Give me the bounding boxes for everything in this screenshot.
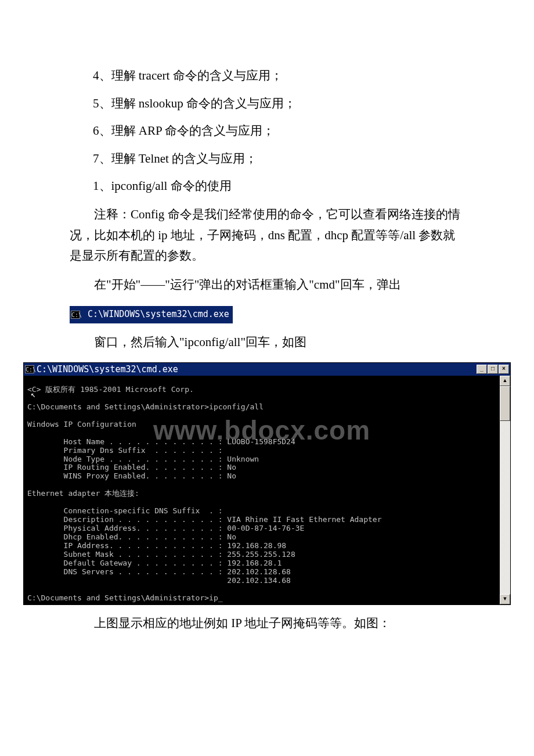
- cmd-line: Ethernet adapter 本地连接:: [27, 489, 139, 498]
- cmd-line: C:\Documents and Settings\Administrator>…: [27, 593, 223, 602]
- cmd-window: C:\ C:\WINDOWS\system32\cmd.exe _ □ × ↖w…: [23, 362, 511, 605]
- paragraph-note: 注释：Config 命令是我们经常使用的命令，它可以查看网络连接的情况，比如本机…: [70, 204, 464, 267]
- cmd-line: Windows IP Configuration: [27, 420, 136, 429]
- cmd-line: IP Address. . . . . . . . . . . . : 192.…: [27, 541, 286, 550]
- scroll-up-button[interactable]: ▲: [500, 376, 510, 386]
- scroll-thumb[interactable]: [500, 386, 510, 421]
- paragraph-instruction-1: 在"开始"——"运行"弹出的对话框重输入"cmd"回车，弹出: [70, 275, 464, 296]
- inline-titlebar-row: C:\ C:\WINDOWS\system32\cmd.exe: [70, 304, 464, 325]
- paragraph-instruction-2: 窗口，然后输入"ipconfig/all"回车，如图: [70, 332, 464, 353]
- window-controls: _ □ ×: [477, 365, 509, 374]
- cmd-title-text-small: C:\WINDOWS\system32\cmd.exe: [82, 309, 229, 319]
- cmd-icon: C:\: [71, 311, 80, 319]
- cmd-line: 202.102.134.68: [27, 576, 291, 585]
- cmd-line: <C> 版权所有 1985-2001 Microsoft Corp.: [27, 385, 194, 394]
- cmd-title-text: C:\WINDOWS\system32\cmd.exe: [37, 364, 178, 375]
- scroll-down-button[interactable]: ▼: [500, 594, 510, 604]
- cmd-titlebar-small: C:\ C:\WINDOWS\system32\cmd.exe: [70, 306, 233, 323]
- list-item-6: 6、理解 ARP 命令的含义与应用；: [93, 121, 464, 141]
- cmd-line: Default Gateway . . . . . . . . . : 192.…: [27, 559, 282, 567]
- maximize-button[interactable]: □: [488, 365, 498, 374]
- cmd-line: C:\Documents and Settings\Administrator>…: [27, 402, 264, 411]
- cmd-line: DNS Servers . . . . . . . . . . . : 202.…: [27, 567, 291, 576]
- paragraph-summary: 上图显示相应的地址例如 IP 地址子网掩码等等。如图：: [70, 613, 464, 634]
- scrollbar-vertical[interactable]: ▲ ▼: [500, 376, 510, 604]
- cmd-line: Dhcp Enabled. . . . . . . . . . . : No: [27, 532, 236, 541]
- list-item-4: 4、理解 tracert 命令的含义与应用；: [93, 66, 464, 86]
- cmd-line: Physical Address. . . . . . . . . : 00-0…: [27, 524, 304, 532]
- cmd-icon: C:\: [25, 365, 34, 373]
- list-item-7: 7、理解 Telnet 的含义与应用；: [93, 149, 464, 169]
- cmd-line: Description . . . . . . . . . . . : VIA …: [27, 515, 381, 524]
- cmd-line: Node Type . . . . . . . . . . . . : Unkn…: [27, 455, 259, 463]
- cmd-line: Primary Dns Suffix . . . . . . . :: [27, 446, 223, 455]
- close-button[interactable]: ×: [499, 365, 509, 374]
- cmd-line: Host Name . . . . . . . . . . . . : LUOB…: [27, 437, 295, 446]
- cmd-line: Connection-specific DNS Suffix . :: [27, 506, 223, 515]
- cmd-line: WINS Proxy Enabled. . . . . . . . : No: [27, 471, 236, 480]
- scroll-track[interactable]: [500, 386, 510, 594]
- minimize-button[interactable]: _: [477, 365, 487, 374]
- list-item-5: 5、理解 nslookup 命令的含义与应用；: [93, 94, 464, 114]
- list-item-1: 1、ipconfig/all 命令的使用: [93, 177, 464, 196]
- cmd-output: ↖www.bdocx.com<C> 版权所有 1985-2001 Microso…: [24, 376, 500, 604]
- cmd-line: Subnet Mask . . . . . . . . . . . : 255.…: [27, 550, 295, 559]
- cmd-titlebar: C:\ C:\WINDOWS\system32\cmd.exe _ □ ×: [24, 363, 510, 376]
- cmd-line: IP Routing Enabled. . . . . . . . : No: [27, 463, 236, 471]
